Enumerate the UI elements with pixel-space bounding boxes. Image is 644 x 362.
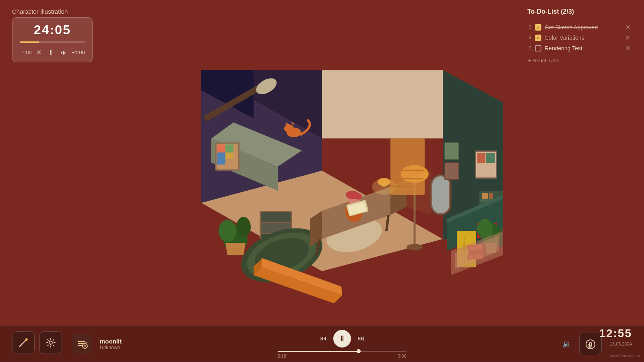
clock-time: 12:55 (599, 327, 632, 340)
music-player: moonlit Unknown ⏮ ⏸ ⏭ 2:18 3:36 🔉 (0, 326, 644, 362)
clock-date: 13.05.2024 (610, 341, 632, 346)
music-controls-row: ⏮ ⏸ ⏭ (320, 330, 365, 348)
svg-point-92 (25, 338, 28, 341)
svg-rect-87 (445, 162, 459, 179)
svg-marker-2 (322, 70, 443, 138)
svg-point-11 (284, 124, 294, 132)
svg-point-22 (236, 217, 251, 237)
svg-rect-94 (78, 341, 85, 342)
svg-rect-25 (261, 212, 291, 222)
bottom-left-buttons (12, 331, 62, 354)
room-illustration (141, 38, 503, 313)
music-times: 2:18 3:36 (278, 354, 407, 358)
svg-rect-54 (432, 176, 449, 213)
svg-point-21 (219, 220, 236, 242)
svg-rect-86 (445, 142, 459, 159)
music-current-time: 2:18 (278, 354, 286, 358)
music-prev-button[interactable]: ⏮ (320, 334, 327, 343)
game-area (0, 0, 644, 362)
music-total-time: 3:36 (398, 354, 406, 358)
music-progress-bar[interactable] (278, 351, 407, 352)
svg-rect-57 (477, 153, 485, 163)
music-volume: 🔉 (562, 339, 571, 348)
volume-icon-button[interactable]: 🔉 (562, 339, 571, 348)
settings-button[interactable] (39, 331, 62, 354)
music-progress-thumb (357, 349, 361, 353)
svg-rect-62 (482, 193, 488, 199)
music-artist: Unknown (100, 345, 122, 350)
svg-line-90 (20, 345, 21, 346)
watermark: www.Ooeyx.com (610, 354, 640, 358)
music-progress-area: 2:18 3:36 (278, 351, 407, 358)
svg-rect-63 (489, 193, 493, 199)
music-next-button[interactable]: ⏭ (357, 334, 365, 343)
svg-marker-23 (225, 243, 246, 255)
music-pause-button[interactable]: ⏸ (333, 330, 351, 348)
svg-rect-18 (217, 152, 225, 165)
ambient-sound-button[interactable] (579, 333, 602, 355)
music-title: moonlit (100, 338, 122, 345)
music-album-icon (72, 334, 92, 354)
svg-point-98 (84, 345, 86, 347)
svg-rect-19 (225, 152, 233, 158)
music-info: moonlit Unknown (100, 338, 122, 350)
brush-tool-button[interactable] (12, 331, 35, 354)
svg-rect-96 (78, 345, 83, 346)
music-progress-fill (278, 351, 359, 352)
svg-point-43 (354, 193, 362, 200)
svg-rect-16 (217, 144, 225, 152)
svg-point-52 (407, 244, 423, 250)
music-controls-center: ⏮ ⏸ ⏭ 2:18 3:36 (130, 330, 554, 358)
svg-rect-58 (486, 153, 495, 163)
svg-point-93 (49, 341, 52, 344)
svg-rect-17 (225, 144, 233, 152)
clock-area: 12:55 13.05.2024 (610, 341, 632, 346)
